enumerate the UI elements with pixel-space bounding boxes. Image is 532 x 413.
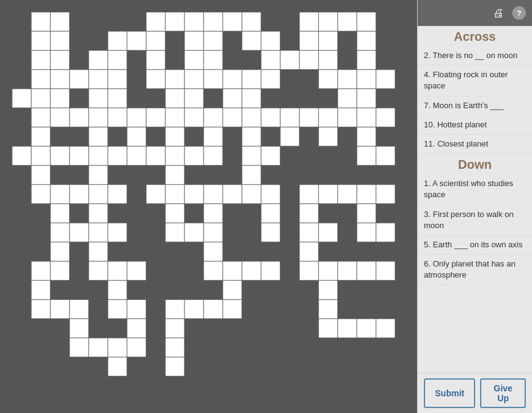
- clue-down-1[interactable]: 1. A scientist who studies space: [418, 174, 532, 205]
- clue-text: Hottest planet: [437, 120, 487, 129]
- down-title: Down: [418, 154, 532, 174]
- clue-across-4[interactable]: 4. Floating rock in outer space: [418, 66, 532, 96]
- clue-number: 11.: [424, 139, 437, 148]
- crossword-panel: [0, 0, 417, 413]
- print-icon[interactable]: 🖨: [491, 6, 506, 20]
- clues-footer: Submit Give Up: [418, 373, 532, 413]
- clue-number: 5.: [424, 240, 433, 249]
- clue-across-10[interactable]: 10. Hottest planet: [418, 116, 532, 135]
- clue-text: Closest planet: [437, 139, 488, 148]
- submit-button[interactable]: Submit: [424, 378, 475, 408]
- clue-text: Only planet that has an atmosphere: [424, 259, 515, 279]
- clue-text: There is no __ on moon: [433, 51, 517, 60]
- clue-text: Earth ___ on its own axis: [433, 240, 522, 249]
- clue-number: 6.: [424, 259, 433, 268]
- clue-number: 7.: [424, 101, 433, 110]
- clue-number: 4.: [424, 70, 433, 79]
- clue-down-3[interactable]: 3. First person to walk on moon: [418, 205, 532, 236]
- clue-number: 1.: [424, 179, 433, 188]
- clue-down-5[interactable]: 5. Earth ___ on its own axis: [418, 236, 532, 255]
- help-icon[interactable]: ?: [512, 6, 526, 20]
- clue-across-2[interactable]: 2. There is no __ on moon: [418, 46, 532, 66]
- clue-across-11[interactable]: 11. Closest planet: [418, 135, 532, 154]
- clues-panel: 🖨 ? Across 2. There is no __ on moon 4. …: [417, 0, 532, 413]
- clues-content[interactable]: Across 2. There is no __ on moon 4. Floa…: [418, 26, 532, 373]
- clue-across-7[interactable]: 7. Moon is Earth's ___: [418, 96, 532, 116]
- clues-toolbar: 🖨 ?: [418, 0, 532, 26]
- across-title: Across: [418, 26, 532, 46]
- clue-number: 3.: [424, 210, 433, 219]
- clue-down-6[interactable]: 6. Only planet that has an atmosphere: [418, 255, 532, 285]
- clue-text: A scientist who studies space: [424, 179, 513, 199]
- clue-number: 2.: [424, 51, 433, 60]
- clue-text: Moon is Earth's ___: [433, 101, 504, 110]
- clue-text: Floating rock in outer space: [424, 70, 508, 90]
- clue-number: 10.: [424, 120, 437, 129]
- give-up-button[interactable]: Give Up: [480, 378, 526, 408]
- clue-text: First person to walk on moon: [424, 210, 513, 230]
